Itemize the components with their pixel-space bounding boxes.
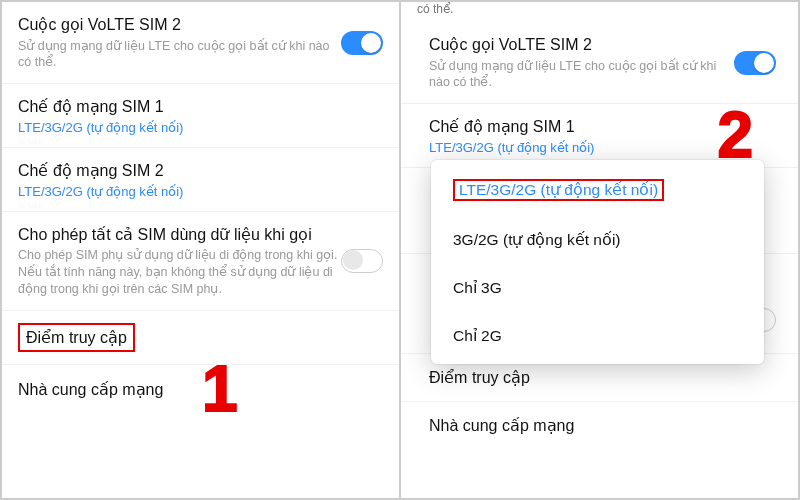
pane-step-1: Cuộc gọi VoLTE SIM 2 Sử dụng mạng dữ liệ… — [2, 2, 401, 498]
popup-option-0-label: LTE/3G/2G (tự động kết nối) — [459, 181, 658, 198]
row-volte-sim2-r[interactable]: Cuộc gọi VoLTE SIM 2 Sử dụng mạng dữ liệ… — [401, 22, 798, 104]
popup-option-3-label: Chỉ 2G — [453, 327, 502, 344]
popup-option-3g-only[interactable]: Chỉ 3G — [431, 264, 764, 312]
popup-option-3g-2g[interactable]: 3G/2G (tự động kết nối) — [431, 216, 764, 264]
row-access-point[interactable]: Điểm truy cập — [2, 311, 399, 366]
row-volte-sim2[interactable]: Cuộc gọi VoLTE SIM 2 Sử dụng mạng dữ liệ… — [2, 2, 399, 84]
mode-sim2-title: Chế độ mạng SIM 2 — [18, 160, 383, 182]
row-network-mode-sim2[interactable]: Chế độ mạng SIM 2 LTE/3G/2G (tự động kết… — [2, 148, 399, 212]
mode-sim1-title: Chế độ mạng SIM 1 — [18, 96, 383, 118]
pane-step-2: có thể. Cuộc gọi VoLTE SIM 2 Sử dụng mạn… — [401, 2, 798, 498]
cutoff-text: có thể. — [401, 2, 798, 22]
allow-all-sim-toggle[interactable] — [341, 249, 383, 273]
allow-all-sim-subtitle: Cho phép SIM phụ sử dụng dữ liệu di động… — [18, 247, 341, 298]
provider-title: Nhà cung cấp mạng — [18, 379, 383, 401]
row-network-mode-sim1[interactable]: Chế độ mạng SIM 1 LTE/3G/2G (tự động kết… — [2, 84, 399, 148]
volte-title: Cuộc gọi VoLTE SIM 2 — [18, 14, 341, 36]
popup-option-2g-only[interactable]: Chỉ 2G — [431, 312, 764, 360]
volte-subtitle: Sử dụng mạng dữ liệu LTE cho cuộc gọi bấ… — [18, 38, 341, 72]
step-badge-1: 1 — [202, 352, 238, 426]
volte-subtitle-r: Sử dụng mạng dữ liệu LTE cho cuộc gọi bấ… — [429, 58, 734, 92]
mode-sim1-value: LTE/3G/2G (tự động kết nối) — [18, 120, 383, 135]
step-badge-2: 2 — [717, 98, 753, 172]
apn-title-r: Điểm truy cập — [429, 367, 776, 389]
provider-title-r: Nhà cung cấp mạng — [429, 415, 776, 437]
network-mode-popup: LTE/3G/2G (tự động kết nối) 3G/2G (tự độ… — [431, 160, 764, 364]
popup-option-2-label: Chỉ 3G — [453, 279, 502, 296]
allow-all-sim-title: Cho phép tất cả SIM dùng dữ liệu khi gọi — [18, 224, 341, 246]
volte-toggle-r[interactable] — [734, 51, 776, 75]
apn-highlight-box: Điểm truy cập — [18, 323, 135, 353]
row-network-provider-r[interactable]: Nhà cung cấp mạng — [401, 402, 798, 450]
popup-highlight-box: LTE/3G/2G (tự động kết nối) — [453, 179, 664, 201]
volte-toggle[interactable] — [341, 31, 383, 55]
popup-option-lte-3g-2g[interactable]: LTE/3G/2G (tự động kết nối) — [431, 164, 764, 216]
volte-title-r: Cuộc gọi VoLTE SIM 2 — [429, 34, 734, 56]
popup-option-1-label: 3G/2G (tự động kết nối) — [453, 231, 621, 248]
apn-title: Điểm truy cập — [26, 329, 127, 346]
row-allow-all-sim-data[interactable]: Cho phép tất cả SIM dùng dữ liệu khi gọi… — [2, 212, 399, 311]
row-network-provider[interactable]: Nhà cung cấp mạng — [2, 365, 399, 413]
mode-sim2-value: LTE/3G/2G (tự động kết nối) — [18, 184, 383, 199]
